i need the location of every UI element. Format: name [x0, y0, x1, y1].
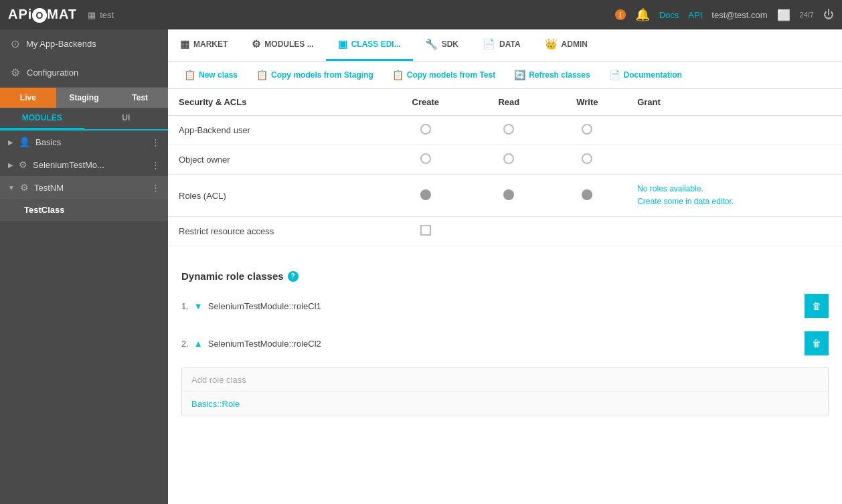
logo-circle: O: [32, 8, 47, 23]
refresh-label: Refresh classes: [529, 70, 590, 80]
radio-filled-icon: [582, 189, 592, 200]
cell-read-object-owner[interactable]: [470, 145, 548, 175]
top-bar: APiOMAT ▦ test 1 🔔 Docs API test@test.co…: [0, 0, 842, 29]
sidebar-tree: ▶ 👤 Basics ⋮ ▶ ⚙ SeleniumTestMo... ⋮ ▼ ⚙…: [0, 131, 168, 504]
sidebar-item-configuration[interactable]: ⚙ Configuration: [0, 58, 168, 87]
tree-item-seleniumtestmo[interactable]: ▶ ⚙ SeleniumTestMo... ⋮: [0, 153, 168, 176]
nav-tab-class-editor-label: CLASS EDI...: [351, 39, 401, 49]
cell-write-app-backend[interactable]: [548, 116, 626, 145]
copy-test-icon: 📋: [392, 70, 404, 80]
docs-link[interactable]: Docs: [659, 10, 679, 20]
checkbox-icon: [420, 225, 431, 236]
documentation-label: Documentation: [624, 70, 682, 80]
copy-from-test-button[interactable]: 📋 Copy models from Test: [384, 66, 503, 84]
tree-item-testnm[interactable]: ▼ ⚙ TestNM ⋮: [0, 176, 168, 199]
dynamic-roles-label: Dynamic role classes: [181, 270, 284, 282]
main-content: Security & ACLs Create Read Write Grant …: [168, 89, 842, 504]
more-icon-basics[interactable]: ⋮: [151, 137, 160, 147]
env-tab-live[interactable]: Live: [0, 88, 56, 108]
market-icon: ▦: [180, 38, 189, 50]
tree-item-basics[interactable]: ▶ 👤 Basics ⋮: [0, 131, 168, 153]
row-label-roles-acl: Roles (ACL): [168, 175, 382, 217]
col-grant: Grant: [626, 89, 842, 116]
list-item-role-1: 1. ▼ SeleniumTestModule::roleCl1 🗑: [168, 287, 842, 325]
refresh-classes-button[interactable]: 🔄 Refresh classes: [506, 66, 598, 84]
cell-create-object-owner[interactable]: [382, 145, 470, 175]
delete-role-1-button[interactable]: 🗑: [805, 294, 829, 318]
list-item-role-2: 2. ▲ SeleniumTestModule::roleCl2 🗑: [168, 325, 842, 362]
toolbar: 📋 New class 📋 Copy models from Staging 📋…: [168, 62, 842, 89]
delete-role-2-button[interactable]: 🗑: [805, 331, 829, 355]
acl-table: Security & ACLs Create Read Write Grant …: [168, 89, 842, 246]
cell-write-object-owner[interactable]: [548, 145, 626, 175]
copy-from-staging-button[interactable]: 📋 Copy models from Staging: [248, 66, 382, 84]
nav-tab-sdk[interactable]: 🔧 SDK: [413, 29, 471, 61]
cell-write-roles-acl[interactable]: [548, 175, 626, 217]
nav-tab-admin[interactable]: 👑 ADMIN: [533, 29, 600, 61]
data-icon: 📄: [483, 38, 495, 50]
copy-staging-icon: 📋: [256, 70, 268, 80]
table-row-object-owner: Object owner: [168, 145, 842, 175]
power-icon[interactable]: ⏻: [823, 9, 834, 21]
nav-tab-data[interactable]: 📄 DATA: [471, 29, 533, 61]
sidebar-item-my-app-backends[interactable]: ⊙ My App-Backends: [0, 29, 168, 58]
modules-icon: ⚙: [252, 38, 260, 50]
new-class-label: New class: [199, 70, 238, 80]
admin-icon: 👑: [545, 38, 558, 50]
nav-tab-modules[interactable]: ⚙ MODULES ...: [240, 29, 325, 61]
tree-label-testnm: TestNM: [34, 183, 64, 193]
bell-icon[interactable]: 🔔: [635, 7, 650, 22]
app-backends-icon: ⊙: [11, 37, 19, 50]
cell-read-app-backend[interactable]: [470, 116, 548, 145]
nav-tab-market[interactable]: ▦ MARKET: [168, 29, 240, 61]
cell-restrict-write: [548, 217, 626, 246]
env-tab-test[interactable]: Test: [112, 88, 168, 108]
nav-tabs: ▦ MARKET ⚙ MODULES ... ▣ CLASS EDI... 🔧 …: [168, 29, 842, 62]
notification-badge[interactable]: 1: [615, 9, 626, 20]
role-arrow-1[interactable]: ▼: [194, 301, 203, 311]
configuration-icon: ⚙: [11, 66, 20, 79]
cell-restrict-grant: [626, 217, 842, 246]
role-name-1: SeleniumTestModule::roleCl1: [208, 301, 799, 311]
radio-empty-icon: [420, 124, 431, 135]
new-class-button[interactable]: 📋 New class: [176, 66, 246, 84]
more-icon-selenium[interactable]: ⋮: [151, 160, 160, 170]
help-icon[interactable]: ?: [288, 271, 299, 282]
cell-restrict-create[interactable]: [382, 217, 470, 246]
chevron-down-icon-testnm: ▼: [8, 184, 15, 191]
env-tab-staging[interactable]: Staging: [56, 88, 112, 108]
selenium-icon: ⚙: [19, 159, 27, 170]
app-selector[interactable]: ▦ test: [88, 10, 114, 20]
nav-tab-data-label: DATA: [499, 39, 521, 49]
sidebar: ⊙ My App-Backends ⚙ Configuration Live S…: [0, 29, 168, 504]
tree-label-seleniumtestmo: SeleniumTestMo...: [33, 160, 104, 170]
sidebar-label-configuration: Configuration: [27, 68, 78, 78]
window-icon[interactable]: ⬜: [777, 9, 790, 21]
app-icon: ▦: [88, 10, 96, 20]
role-arrow-2[interactable]: ▲: [194, 339, 203, 349]
documentation-button[interactable]: 📄 Documentation: [601, 66, 690, 84]
tree-child-testclass[interactable]: TestClass: [0, 199, 168, 221]
tree-label-basics: Basics: [35, 137, 61, 147]
nav-tab-market-label: MARKET: [193, 39, 228, 49]
sub-tab-modules[interactable]: MODULES: [0, 108, 84, 129]
email-label: test@test.com: [711, 10, 767, 20]
chevron-right-icon: ▶: [8, 139, 13, 146]
cell-grant-roles-acl: No roles available.Create some in data e…: [626, 175, 842, 217]
api-link[interactable]: API: [688, 10, 702, 20]
row-label-app-backend: App-Backend user: [168, 116, 382, 145]
cell-create-roles-acl[interactable]: [382, 175, 470, 217]
copy-test-label: Copy models from Test: [407, 70, 495, 80]
role-suggestion[interactable]: Basics::Role: [182, 392, 828, 416]
support-label: 24/7: [800, 11, 814, 19]
dynamic-roles-title: Dynamic role classes ?: [168, 260, 842, 287]
more-icon-testnm[interactable]: ⋮: [151, 183, 160, 193]
cell-create-app-backend[interactable]: [382, 116, 470, 145]
add-role-input[interactable]: [182, 368, 828, 392]
sub-tab-ui[interactable]: UI: [84, 108, 169, 129]
new-class-icon: 📋: [184, 70, 195, 80]
cell-read-roles-acl[interactable]: [470, 175, 548, 217]
nav-tab-modules-label: MODULES ...: [264, 39, 313, 49]
nav-tab-class-editor[interactable]: ▣ CLASS EDI...: [326, 29, 413, 61]
table-row-restrict: Restrict resource access: [168, 217, 842, 246]
